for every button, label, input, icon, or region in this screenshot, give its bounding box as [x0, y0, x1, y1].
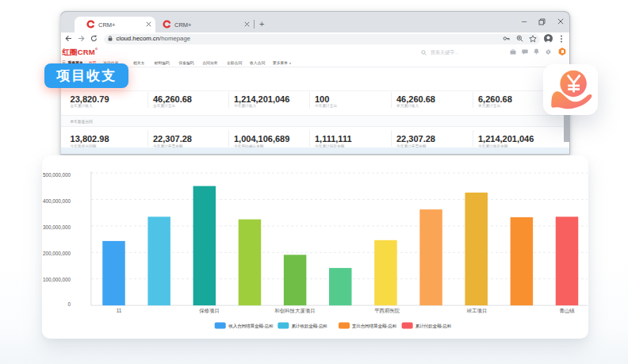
svg-text:平西府医院: 平西府医院 [374, 308, 400, 314]
svg-text:累计付款金额-总和: 累计付款金额-总和 [415, 323, 451, 328]
svg-text:500,000,000: 500,000,000 [43, 171, 71, 177]
svg-text:400,000,000: 400,000,000 [43, 197, 71, 203]
svg-text:和创科技大厦项目: 和创科技大厦项目 [274, 308, 315, 314]
svg-text:青山镇: 青山镇 [559, 308, 575, 313]
svg-text:支出合同结算金额-总和: 支出合同结算金额-总和 [352, 323, 396, 328]
svg-text:100,000,000: 100,000,000 [43, 277, 71, 282]
svg-text:收入合同结算金额-总和: 收入合同结算金额-总和 [228, 323, 273, 328]
svg-text:11: 11 [117, 308, 122, 313]
svg-text:累计收款金额-总和: 累计收款金额-总和 [291, 323, 327, 328]
svg-text:300,000,000: 300,000,000 [43, 224, 71, 230]
svg-text:竣工项目: 竣工项目 [467, 308, 488, 314]
svg-text:200,000,000: 200,000,000 [43, 251, 71, 256]
svg-text:保修项目: 保修项目 [199, 308, 220, 314]
svg-text:0: 0 [67, 301, 71, 307]
